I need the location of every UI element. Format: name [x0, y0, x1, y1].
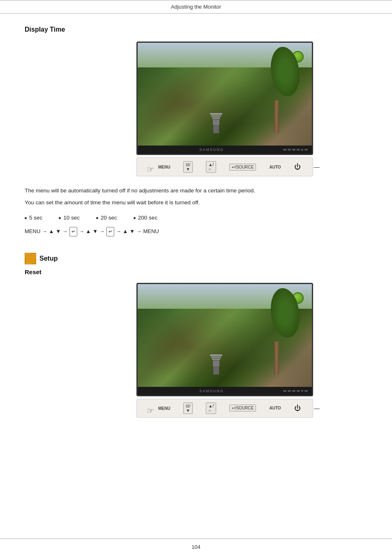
monitor-btn-s5: [304, 390, 308, 392]
control-bar-2: ☞ MENU ⊟/▼ ▲/○ ↩/SOURCE AUTO ⏻ —: [136, 399, 313, 418]
monitor-screen-1: [138, 43, 312, 146]
monitor-btn-3: [292, 149, 295, 150]
description-block-1: The menu will be automatically turned of…: [25, 186, 367, 236]
hand-icon-1: ☞: [147, 164, 154, 174]
bullet-dot-4: [134, 217, 136, 219]
setup-section-header: Setup: [25, 253, 367, 264]
monitor-btn-s1: [283, 390, 286, 392]
tree-trunk-2: [274, 342, 279, 375]
description-text-1: The menu will be automatically turned of…: [25, 186, 367, 196]
display-time-section: Display Time: [25, 26, 367, 236]
monitor-frame-1: SAMSUNG: [136, 42, 313, 155]
ctrl-auto-label-2: AUTO: [269, 406, 281, 410]
ctrl-menu-label-1: MENU: [158, 164, 170, 169]
monitor-image-1: SAMSUNG ☞ MENU ⊟: [82, 42, 367, 176]
hand-icon-2: ☞: [147, 406, 154, 416]
display-time-title: Display Time: [25, 26, 367, 33]
monitor-screen-2: [138, 284, 312, 387]
monitor-btn-s2: [288, 390, 291, 392]
monitor-btn-5: [304, 149, 308, 150]
page-footer: 104: [0, 539, 392, 555]
monitor-frame-2: SAMSUNG: [136, 283, 313, 396]
monitor-btn-s4: [297, 390, 300, 392]
ctrl-btn-box: ⊟/▼: [183, 161, 193, 173]
pagoda-2: [210, 354, 222, 375]
reset-section: Reset SAMSUNG: [25, 268, 367, 418]
pagoda: [210, 113, 222, 133]
menu-nav-arrow2: → ▲: [79, 227, 91, 236]
monitor-buttons-row-1: [283, 149, 308, 151]
monitor-btn-power: [301, 149, 303, 151]
control-bar-1: ☞ MENU ⊟/▼ ▲/○ ↩/SOURCE AUTO ⏻ —: [136, 157, 313, 176]
ctrl-power-icon-2: ⏻: [294, 405, 301, 412]
samsung-logo-1: SAMSUNG: [142, 148, 281, 152]
option-1: 5 sec: [25, 213, 42, 223]
samsung-logo-2: SAMSUNG: [142, 389, 281, 393]
setup-title: Setup: [39, 255, 58, 262]
description-text-2: You can set the amount of time the menu …: [25, 198, 367, 208]
ctrl-menu-label-2: MENU: [158, 406, 170, 411]
bullet-dot-1: [25, 217, 27, 219]
ctrl-auto-label-1: AUTO: [269, 165, 281, 169]
monitor-bottom-bar-1: SAMSUNG: [138, 146, 312, 154]
ctrl-btn-source: ↩/SOURCE: [229, 164, 256, 171]
ctrl-btn-box-2: ⊟/▼: [183, 402, 193, 414]
menu-nav-down2: ▼ →: [92, 227, 104, 236]
monitor-btn-power-2: [301, 390, 303, 392]
ctrl-btn-arrow: ▲/○: [206, 161, 216, 173]
page-number: 104: [191, 544, 201, 550]
reset-title: Reset: [25, 268, 367, 275]
option-4: 200 sec: [134, 213, 157, 223]
menu-nav-down: ▼ →: [55, 227, 67, 236]
monitor-btn-s3: [292, 390, 295, 392]
tree-trunk: [274, 100, 279, 133]
monitor-bottom-bar-2: SAMSUNG: [138, 387, 312, 395]
bullet-dot-3: [96, 217, 98, 219]
bullet-dot-2: [59, 217, 61, 219]
menu-nav-down3: ▼ → MENU: [129, 227, 159, 236]
menu-navigation: MENU → ▲ ▼ → ↵ → ▲ ▼ → ↵ → ▲ ▼ → MENU: [25, 227, 367, 236]
setup-icon: [25, 253, 36, 264]
nav-box-2: ↵: [106, 227, 114, 236]
menu-nav-text: MENU → ▲: [25, 227, 54, 236]
option-2: 10 sec: [59, 213, 80, 223]
nav-box-1: ↵: [69, 227, 77, 236]
monitor-btn-1: [283, 149, 286, 150]
options-list: 5 sec 10 sec 20 sec 200 sec: [25, 213, 367, 223]
menu-nav-arrow3: → ▲: [116, 227, 128, 236]
monitor-image-2: SAMSUNG ☞ MENU ⊟: [82, 283, 367, 418]
page-header: Adjusting the Monitor: [0, 0, 392, 14]
monitor-btn-2: [288, 149, 291, 150]
ctrl-btn-source-2: ↩/SOURCE: [229, 405, 256, 412]
ctrl-btn-arrow-2: ▲/○: [206, 402, 216, 414]
monitor-buttons-row-2: [283, 390, 308, 392]
header-title: Adjusting the Monitor: [171, 4, 221, 10]
ctrl-power-icon-1: ⏻: [294, 163, 301, 171]
ctrl-minus-2: —: [314, 405, 320, 412]
ctrl-minus-1: —: [314, 164, 320, 170]
option-3: 20 sec: [96, 213, 117, 223]
monitor-btn-4: [297, 149, 300, 150]
